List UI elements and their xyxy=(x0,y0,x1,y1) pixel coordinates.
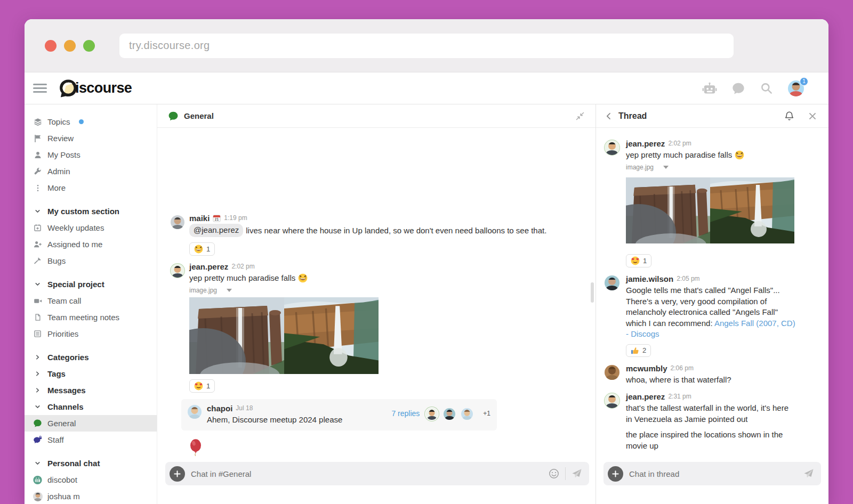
sidebar-section-messages[interactable]: Messages xyxy=(25,382,157,399)
close-window-button[interactable] xyxy=(45,40,57,52)
minimize-window-button[interactable] xyxy=(64,40,76,52)
message-text: yep pretty much paradise falls xyxy=(189,272,379,284)
sidebar-item-label: Review xyxy=(47,134,74,143)
sidebar-section-channels[interactable]: Channels xyxy=(25,399,157,415)
emoji-picker-button[interactable] xyxy=(549,468,559,479)
sidebar-item-more[interactable]: More xyxy=(25,180,157,196)
calendar-plus-icon xyxy=(33,224,42,232)
user-menu-button[interactable]: 1 xyxy=(788,80,804,96)
thread-preview[interactable]: chapoi Jul 18 Ahem, Discourse meetup 202… xyxy=(181,399,497,430)
plus-icon xyxy=(174,470,181,477)
sidebar-section-my-custom-section[interactable]: My custom section xyxy=(25,203,157,220)
sidebar-section-categories[interactable]: Categories xyxy=(25,349,157,365)
avatar-jean-perez[interactable] xyxy=(605,140,619,155)
sidebar-section-special-project[interactable]: Special project xyxy=(25,276,157,292)
user-mention[interactable]: @jean.perez xyxy=(189,224,243,237)
collapse-icon[interactable] xyxy=(575,111,585,121)
sidebar-section-title: Categories xyxy=(47,353,89,362)
sidebar-item-team-meeting-notes[interactable]: Team meeting notes xyxy=(25,309,157,326)
avatar-jean-perez[interactable] xyxy=(171,264,184,278)
attach-button[interactable] xyxy=(608,466,623,482)
waterfall-image-up-movie[interactable] xyxy=(626,177,710,243)
robot-icon[interactable] xyxy=(702,82,717,95)
window-controls xyxy=(25,40,95,52)
sidebar-item-weekly-updates[interactable]: Weekly updates xyxy=(25,220,157,236)
replies-link[interactable]: 7 replies xyxy=(391,409,420,418)
sidebar-item-team-call[interactable]: Team call xyxy=(25,292,157,309)
sidebar-item-channel-general[interactable]: General xyxy=(25,415,157,432)
sidebar-item-bugs[interactable]: Bugs xyxy=(25,253,157,269)
chevron-down-icon xyxy=(33,281,42,288)
hamburger-menu-icon[interactable] xyxy=(33,84,47,93)
reaction-laughing[interactable]: 1 xyxy=(189,242,215,256)
message-username[interactable]: maiki xyxy=(189,214,210,223)
reaction-heart-eyes[interactable]: 1 xyxy=(189,379,215,393)
chat-composer xyxy=(165,462,589,485)
sidebar-item-my-posts[interactable]: My Posts xyxy=(25,147,157,163)
address-bar[interactable]: try.discourse.org xyxy=(119,34,734,58)
laughing-emoji xyxy=(735,150,744,160)
zoom-window-button[interactable] xyxy=(83,40,95,52)
chevron-down-icon xyxy=(33,403,42,410)
smiley-icon xyxy=(549,468,559,479)
avatar-jamie-wilson[interactable] xyxy=(605,275,619,290)
message-text: yep pretty much paradise falls xyxy=(626,149,794,161)
list-icon xyxy=(33,330,42,338)
sidebar-item-admin[interactable]: Admin xyxy=(25,163,157,180)
waterfall-image-up-movie[interactable] xyxy=(189,297,284,374)
avatar-chapoi[interactable] xyxy=(188,405,202,419)
participant-avatar xyxy=(442,407,456,421)
sidebar-item-topics[interactable]: Topics xyxy=(25,113,157,130)
thread-input[interactable] xyxy=(629,469,798,478)
sidebar: Topics Review My Posts Admin More xyxy=(25,104,157,504)
waterfall-image-angel-falls[interactable] xyxy=(284,297,379,374)
thread-panel: Thread jean.perez 2:02 pm xyxy=(596,104,828,504)
attachment-images xyxy=(189,297,379,374)
sidebar-item-joshua-m[interactable]: joshua m xyxy=(25,488,157,504)
attach-button[interactable] xyxy=(170,466,185,482)
scrollbar-thumb[interactable] xyxy=(591,282,594,303)
message-username[interactable]: jean.perez xyxy=(626,392,665,401)
sidebar-section-personal-chat[interactable]: Personal chat xyxy=(25,455,157,472)
thumbs-up-emoji xyxy=(631,346,639,355)
sidebar-item-label: discobot xyxy=(47,475,77,484)
chat-panel: General maiki 21 1:19 pm xyxy=(157,104,596,504)
send-button[interactable] xyxy=(572,468,582,479)
sidebar-item-assigned-to-me[interactable]: Assigned to me xyxy=(25,236,157,253)
thread-message-jean-perez-2: jean.perez 2:31 pm that's the tallest wa… xyxy=(596,392,828,451)
notification-badge: 1 xyxy=(800,77,808,86)
collapse-attachment-caret[interactable] xyxy=(663,166,669,169)
sidebar-item-discobot[interactable]: discobot xyxy=(25,472,157,488)
chat-input[interactable] xyxy=(191,469,543,478)
chevron-right-icon xyxy=(33,370,42,377)
avatar-maiki[interactable] xyxy=(171,215,184,229)
sidebar-item-label: Team meeting notes xyxy=(47,313,119,322)
message-username[interactable]: jean.perez xyxy=(189,262,228,271)
reaction-heart-eyes[interactable]: 1 xyxy=(626,254,651,267)
sidebar-section-tags[interactable]: Tags xyxy=(25,365,157,382)
message-username[interactable]: chapoi xyxy=(207,404,232,413)
close-icon[interactable] xyxy=(808,112,817,120)
send-button[interactable] xyxy=(803,468,814,479)
message-timestamp: 2:02 pm xyxy=(668,139,691,148)
bell-icon[interactable] xyxy=(784,111,794,121)
waterfall-image-angel-falls[interactable] xyxy=(710,177,794,243)
search-icon[interactable] xyxy=(760,82,774,95)
collapse-attachment-caret[interactable] xyxy=(227,289,232,292)
chat-bubble-icon[interactable] xyxy=(731,82,745,95)
sidebar-item-review[interactable]: Review xyxy=(25,130,157,147)
avatar-jean-perez[interactable] xyxy=(605,393,619,408)
reaction-count: 1 xyxy=(206,382,210,390)
message-username[interactable]: jean.perez xyxy=(626,139,665,148)
sidebar-item-label: Topics xyxy=(47,117,70,126)
avatar-mcwumbly[interactable] xyxy=(605,365,619,380)
sidebar-section-title: Special project xyxy=(47,280,104,289)
message-username[interactable]: jamie.wilson xyxy=(626,274,673,283)
reaction-thumbs-up[interactable]: 2 xyxy=(626,344,651,357)
sidebar-item-priorities[interactable]: Priorities xyxy=(25,326,157,342)
message-username[interactable]: mcwumbly xyxy=(626,364,667,373)
chevron-left-icon[interactable] xyxy=(605,112,613,120)
channel-title: General xyxy=(184,111,214,120)
sidebar-item-channel-staff[interactable]: Staff xyxy=(25,432,157,448)
discourse-logo[interactable]: iscourse xyxy=(59,79,132,98)
